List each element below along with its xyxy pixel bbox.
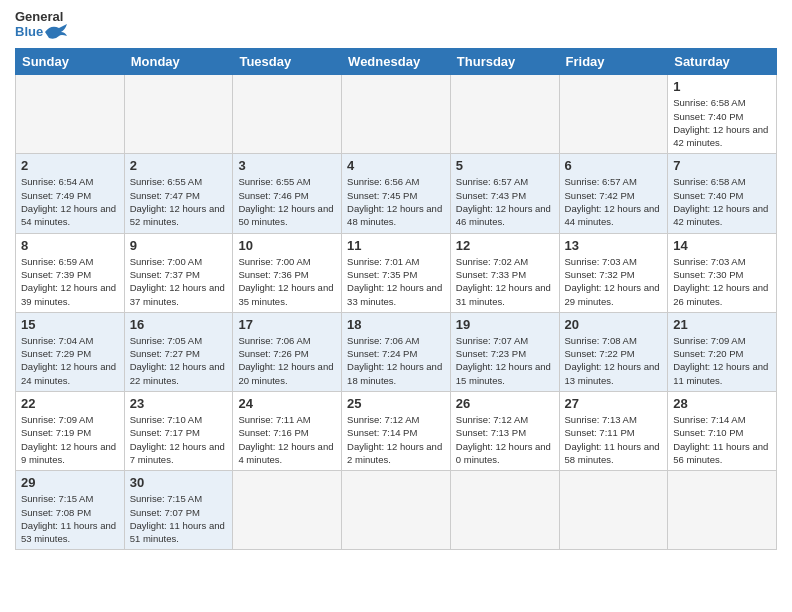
day-info: Sunrise: 7:10 AM Sunset: 7:17 PM Dayligh… [130, 413, 228, 466]
day-info: Sunrise: 6:57 AM Sunset: 7:43 PM Dayligh… [456, 175, 554, 228]
day-info: Sunrise: 7:07 AM Sunset: 7:23 PM Dayligh… [456, 334, 554, 387]
day-info: Sunrise: 7:13 AM Sunset: 7:11 PM Dayligh… [565, 413, 663, 466]
col-thursday: Thursday [450, 49, 559, 75]
day-number: 18 [347, 317, 445, 332]
day-info: Sunrise: 7:00 AM Sunset: 7:37 PM Dayligh… [130, 255, 228, 308]
day-cell [559, 75, 668, 154]
day-cell: 5 Sunrise: 6:57 AM Sunset: 7:43 PM Dayli… [450, 154, 559, 233]
day-cell: 23 Sunrise: 7:10 AM Sunset: 7:17 PM Dayl… [124, 392, 233, 471]
day-number: 22 [21, 396, 119, 411]
day-number: 21 [673, 317, 771, 332]
day-info: Sunrise: 6:58 AM Sunset: 7:40 PM Dayligh… [673, 175, 771, 228]
day-cell: 11 Sunrise: 7:01 AM Sunset: 7:35 PM Dayl… [342, 233, 451, 312]
logo-general: General [15, 10, 67, 24]
day-info: Sunrise: 7:12 AM Sunset: 7:13 PM Dayligh… [456, 413, 554, 466]
day-info: Sunrise: 7:14 AM Sunset: 7:10 PM Dayligh… [673, 413, 771, 466]
day-info: Sunrise: 6:58 AM Sunset: 7:40 PM Dayligh… [673, 96, 771, 149]
day-info: Sunrise: 6:54 AM Sunset: 7:49 PM Dayligh… [21, 175, 119, 228]
day-info: Sunrise: 6:57 AM Sunset: 7:42 PM Dayligh… [565, 175, 663, 228]
day-number: 3 [238, 158, 336, 173]
day-info: Sunrise: 6:59 AM Sunset: 7:39 PM Dayligh… [21, 255, 119, 308]
col-monday: Monday [124, 49, 233, 75]
day-cell: 6 Sunrise: 6:57 AM Sunset: 7:42 PM Dayli… [559, 154, 668, 233]
logo-bird-icon [45, 24, 67, 40]
day-info: Sunrise: 7:04 AM Sunset: 7:29 PM Dayligh… [21, 334, 119, 387]
day-number: 5 [456, 158, 554, 173]
day-info: Sunrise: 7:03 AM Sunset: 7:30 PM Dayligh… [673, 255, 771, 308]
day-cell [124, 75, 233, 154]
week-row-4: 15 Sunrise: 7:04 AM Sunset: 7:29 PM Dayl… [16, 312, 777, 391]
day-info: Sunrise: 7:03 AM Sunset: 7:32 PM Dayligh… [565, 255, 663, 308]
day-cell: 24 Sunrise: 7:11 AM Sunset: 7:16 PM Dayl… [233, 392, 342, 471]
day-cell: 1 Sunrise: 6:58 AM Sunset: 7:40 PM Dayli… [668, 75, 777, 154]
day-number: 23 [130, 396, 228, 411]
day-cell [450, 75, 559, 154]
day-number: 8 [21, 238, 119, 253]
day-number: 11 [347, 238, 445, 253]
day-info: Sunrise: 6:55 AM Sunset: 7:46 PM Dayligh… [238, 175, 336, 228]
day-cell: 29 Sunrise: 7:15 AM Sunset: 7:08 PM Dayl… [16, 471, 125, 550]
week-row-6: 29 Sunrise: 7:15 AM Sunset: 7:08 PM Dayl… [16, 471, 777, 550]
col-friday: Friday [559, 49, 668, 75]
day-cell: 7 Sunrise: 6:58 AM Sunset: 7:40 PM Dayli… [668, 154, 777, 233]
day-info: Sunrise: 7:01 AM Sunset: 7:35 PM Dayligh… [347, 255, 445, 308]
week-row-3: 8 Sunrise: 6:59 AM Sunset: 7:39 PM Dayli… [16, 233, 777, 312]
day-cell [16, 75, 125, 154]
day-cell: 21 Sunrise: 7:09 AM Sunset: 7:20 PM Dayl… [668, 312, 777, 391]
col-sunday: Sunday [16, 49, 125, 75]
day-info: Sunrise: 7:06 AM Sunset: 7:26 PM Dayligh… [238, 334, 336, 387]
day-number: 9 [130, 238, 228, 253]
day-info: Sunrise: 7:15 AM Sunset: 7:07 PM Dayligh… [130, 492, 228, 545]
day-number: 28 [673, 396, 771, 411]
day-number: 2 [21, 158, 119, 173]
day-cell: 2 Sunrise: 6:55 AM Sunset: 7:47 PM Dayli… [124, 154, 233, 233]
day-cell: 17 Sunrise: 7:06 AM Sunset: 7:26 PM Dayl… [233, 312, 342, 391]
day-number: 27 [565, 396, 663, 411]
day-cell: 14 Sunrise: 7:03 AM Sunset: 7:30 PM Dayl… [668, 233, 777, 312]
day-info: Sunrise: 7:06 AM Sunset: 7:24 PM Dayligh… [347, 334, 445, 387]
day-number: 7 [673, 158, 771, 173]
week-row-2: 2 Sunrise: 6:54 AM Sunset: 7:49 PM Dayli… [16, 154, 777, 233]
day-info: Sunrise: 7:11 AM Sunset: 7:16 PM Dayligh… [238, 413, 336, 466]
logo: General Blue [15, 10, 67, 40]
day-cell: 18 Sunrise: 7:06 AM Sunset: 7:24 PM Dayl… [342, 312, 451, 391]
day-cell: 9 Sunrise: 7:00 AM Sunset: 7:37 PM Dayli… [124, 233, 233, 312]
day-cell [233, 75, 342, 154]
day-number: 30 [130, 475, 228, 490]
col-tuesday: Tuesday [233, 49, 342, 75]
logo-blue: Blue [15, 24, 67, 40]
day-cell: 13 Sunrise: 7:03 AM Sunset: 7:32 PM Dayl… [559, 233, 668, 312]
day-number: 6 [565, 158, 663, 173]
day-info: Sunrise: 7:05 AM Sunset: 7:27 PM Dayligh… [130, 334, 228, 387]
day-cell: 26 Sunrise: 7:12 AM Sunset: 7:13 PM Dayl… [450, 392, 559, 471]
day-cell: 4 Sunrise: 6:56 AM Sunset: 7:45 PM Dayli… [342, 154, 451, 233]
day-cell: 10 Sunrise: 7:00 AM Sunset: 7:36 PM Dayl… [233, 233, 342, 312]
day-cell: 3 Sunrise: 6:55 AM Sunset: 7:46 PM Dayli… [233, 154, 342, 233]
day-number: 20 [565, 317, 663, 332]
calendar-container: General Blue Sunday Monday Tuesday Wedne… [0, 0, 792, 560]
day-cell: 2 Sunrise: 6:54 AM Sunset: 7:49 PM Dayli… [16, 154, 125, 233]
day-info: Sunrise: 7:00 AM Sunset: 7:36 PM Dayligh… [238, 255, 336, 308]
day-info: Sunrise: 7:09 AM Sunset: 7:20 PM Dayligh… [673, 334, 771, 387]
day-cell: 12 Sunrise: 7:02 AM Sunset: 7:33 PM Dayl… [450, 233, 559, 312]
col-wednesday: Wednesday [342, 49, 451, 75]
day-number: 2 [130, 158, 228, 173]
day-info: Sunrise: 6:56 AM Sunset: 7:45 PM Dayligh… [347, 175, 445, 228]
day-cell: 15 Sunrise: 7:04 AM Sunset: 7:29 PM Dayl… [16, 312, 125, 391]
day-number: 10 [238, 238, 336, 253]
calendar-table: Sunday Monday Tuesday Wednesday Thursday… [15, 48, 777, 550]
day-number: 14 [673, 238, 771, 253]
day-cell [233, 471, 342, 550]
day-cell: 16 Sunrise: 7:05 AM Sunset: 7:27 PM Dayl… [124, 312, 233, 391]
day-cell [559, 471, 668, 550]
header-row: Sunday Monday Tuesday Wednesday Thursday… [16, 49, 777, 75]
day-number: 26 [456, 396, 554, 411]
day-cell: 25 Sunrise: 7:12 AM Sunset: 7:14 PM Dayl… [342, 392, 451, 471]
day-info: Sunrise: 7:09 AM Sunset: 7:19 PM Dayligh… [21, 413, 119, 466]
day-cell: 30 Sunrise: 7:15 AM Sunset: 7:07 PM Dayl… [124, 471, 233, 550]
day-cell: 20 Sunrise: 7:08 AM Sunset: 7:22 PM Dayl… [559, 312, 668, 391]
day-cell: 28 Sunrise: 7:14 AM Sunset: 7:10 PM Dayl… [668, 392, 777, 471]
day-cell: 22 Sunrise: 7:09 AM Sunset: 7:19 PM Dayl… [16, 392, 125, 471]
day-cell [450, 471, 559, 550]
header: General Blue [15, 10, 777, 40]
